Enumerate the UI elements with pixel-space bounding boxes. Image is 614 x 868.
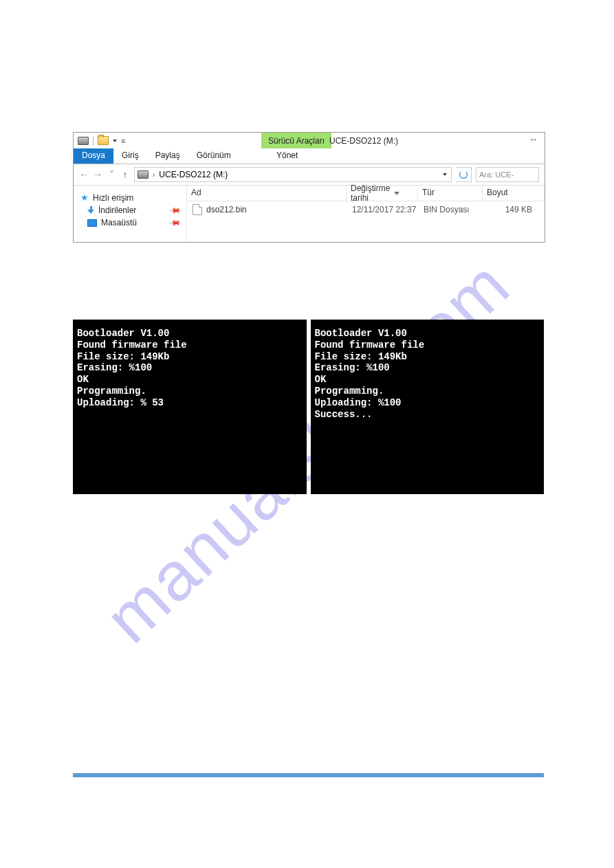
nav-quick-access[interactable]: ★ Hızlı erişim [78, 191, 182, 204]
address-bar[interactable]: › UCE-DSO212 (M:) [134, 167, 452, 182]
filename-text: dso212.bin [206, 205, 247, 214]
tab-file[interactable]: Dosya [74, 148, 113, 164]
nav-downloads[interactable]: İndirilenler 📌 [78, 204, 182, 216]
tab-view[interactable]: Görünüm [188, 148, 239, 164]
desktop-icon [87, 219, 97, 227]
address-bar-row: ← → ˅ ↑ › UCE-DSO212 (M:) Ara: UCE- [74, 164, 545, 186]
navigation-pane: ★ Hızlı erişim İndirilenler 📌 Masaüstü [74, 186, 187, 242]
tab-manage[interactable]: Yönet [261, 148, 313, 162]
contextual-tab-drive-tools[interactable]: Sürücü Araçları [261, 133, 331, 148]
nav-up-button[interactable]: ↑ [120, 170, 130, 179]
nav-quick-access-label: Hızlı erişim [93, 193, 133, 203]
console-panels: Bootloader V1.00 Found firmware file Fil… [73, 320, 544, 494]
nav-back-button[interactable]: ← [79, 170, 89, 179]
file-explorer-window: ≡ Sürücü Araçları UCE-DSO212 (M:) ↔ Dosy… [73, 132, 545, 243]
explorer-body: ★ Hızlı erişim İndirilenler 📌 Masaüstü [74, 186, 545, 242]
table-row[interactable]: dso212.bin 12/11/2017 22:37 BIN Dosyası … [187, 201, 545, 218]
pin-icon: 📌 [168, 203, 181, 216]
cell-date: 12/11/2017 22:37 [352, 205, 424, 214]
bootloader-console-left: Bootloader V1.00 Found firmware file Fil… [73, 320, 307, 494]
window-title: UCE-DSO212 (M:) [329, 133, 398, 148]
column-headers: Ad Değiştirme tarihi Tür Boyut [187, 186, 545, 201]
nav-desktop[interactable]: Masaüstü 📌 [78, 216, 182, 229]
address-path-text: UCE-DSO212 (M:) [159, 170, 228, 179]
titlebar: ≡ Sürücü Araçları UCE-DSO212 (M:) ↔ [74, 133, 545, 148]
column-date[interactable]: Değiştirme tarihi [347, 186, 418, 201]
chevron-right-icon: › [153, 171, 155, 179]
nav-recent-dropdown[interactable]: ˅ [107, 170, 116, 179]
sort-indicator-icon [394, 192, 399, 195]
separator [93, 136, 94, 146]
column-type[interactable]: Tür [418, 186, 483, 201]
chevron-down-icon[interactable] [443, 173, 447, 176]
file-icon [193, 204, 202, 215]
star-icon: ★ [80, 192, 89, 203]
drive-icon [138, 170, 149, 179]
overflow-icon[interactable]: ≡ [121, 137, 125, 145]
quick-access-toolbar: ≡ [74, 136, 125, 146]
search-input[interactable]: Ara: UCE- [476, 167, 539, 182]
download-icon [87, 206, 94, 214]
nav-desktop-label: Masaüstü [101, 218, 137, 227]
footer-accent-bar [73, 773, 544, 777]
refresh-icon [459, 170, 468, 179]
chevron-down-icon[interactable] [113, 140, 117, 142]
nav-downloads-label: İndirilenler [98, 205, 136, 215]
tab-home[interactable]: Giriş [113, 148, 147, 164]
tab-share[interactable]: Paylaş [147, 148, 188, 164]
column-name[interactable]: Ad [187, 186, 347, 201]
nav-forward-button[interactable]: → [93, 170, 102, 179]
bootloader-console-right: Bootloader V1.00 Found firmware file Fil… [311, 320, 545, 494]
pin-icon: 📌 [168, 216, 181, 229]
cell-size: 149 KB [488, 205, 545, 214]
expand-ribbon-icon[interactable]: ↔ [529, 134, 538, 144]
column-size[interactable]: Boyut [483, 186, 545, 201]
refresh-button[interactable] [456, 167, 472, 182]
ribbon-tabs: Dosya Giriş Paylaş Görünüm Yönet [74, 148, 545, 164]
file-list-pane: Ad Değiştirme tarihi Tür Boyut dso212.bi… [187, 186, 545, 242]
folder-icon [98, 136, 109, 145]
drive-icon [78, 137, 89, 145]
cell-type: BIN Dosyası [424, 205, 488, 214]
cell-filename: dso212.bin [187, 204, 352, 215]
